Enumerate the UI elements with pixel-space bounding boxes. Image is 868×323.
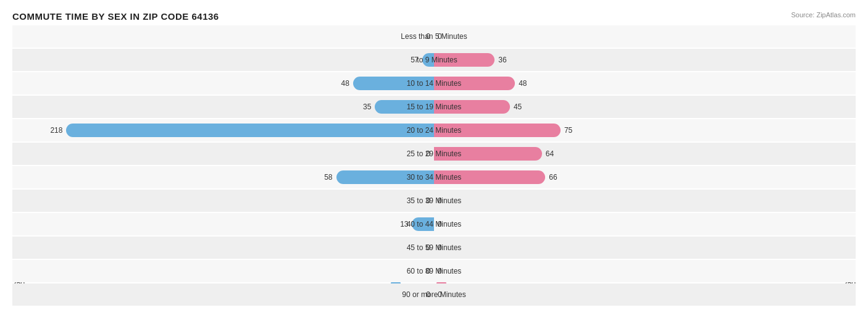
chart-row: 90 or more Minutes00 <box>12 283 856 306</box>
val-male: 7 <box>414 56 419 64</box>
bar-female <box>434 124 561 137</box>
val-female: 64 <box>546 149 554 158</box>
val-female: 0 <box>438 290 442 299</box>
source-label: Source: ZipAtlas.com <box>791 11 856 19</box>
chart-title: COMMUTE TIME BY SEX IN ZIP CODE 64136 <box>12 11 856 22</box>
chart-row: 45 to 59 Minutes00 <box>12 237 856 259</box>
val-female: 66 <box>549 173 557 182</box>
val-male: 58 <box>324 173 332 182</box>
bar-male <box>375 100 434 114</box>
bar-male <box>336 170 434 184</box>
chart-row: 10 to 14 Minutes4848 <box>12 72 856 94</box>
val-male: 48 <box>341 79 349 88</box>
chart-area: Less than 5 Minutes005 to 9 Minutes73610… <box>12 25 856 275</box>
chart-container: COMMUTE TIME BY SEX IN ZIP CODE 64136 So… <box>0 0 868 323</box>
val-male: 0 <box>426 267 430 275</box>
chart-row: 40 to 44 Minutes130 <box>12 213 856 235</box>
chart-row: 15 to 19 Minutes3545 <box>12 96 856 118</box>
val-female: 0 <box>438 32 442 41</box>
val-female: 45 <box>514 103 522 111</box>
val-female: 36 <box>498 56 506 64</box>
chart-row: 60 to 89 Minutes00 <box>12 260 856 282</box>
bar-male <box>412 217 434 231</box>
val-male: 0 <box>426 290 430 299</box>
chart-row: 5 to 9 Minutes736 <box>12 49 856 71</box>
chart-row: 35 to 39 Minutes00 <box>12 190 856 212</box>
row-label: 45 to 59 Minutes <box>407 243 462 252</box>
val-male: 0 <box>426 196 430 205</box>
bar-female <box>434 53 495 67</box>
chart-row: 25 to 29 Minutes064 <box>12 143 856 165</box>
bar-female <box>434 147 542 161</box>
bar-female <box>434 170 545 184</box>
val-male: 0 <box>426 149 430 158</box>
chart-row: Less than 5 Minutes00 <box>12 25 856 48</box>
row-label: 90 or more Minutes <box>402 290 465 299</box>
row-label: 35 to 39 Minutes <box>407 196 462 205</box>
row-label: 60 to 89 Minutes <box>407 267 462 275</box>
val-male: 13 <box>400 220 408 229</box>
bar-male <box>353 77 434 90</box>
bar-female <box>434 77 515 90</box>
val-male: 0 <box>426 32 430 41</box>
val-female: 0 <box>438 196 442 205</box>
row-label: Less than 5 Minutes <box>401 32 467 41</box>
bar-male <box>66 124 434 137</box>
val-female: 75 <box>564 126 572 135</box>
bar-male <box>422 53 434 67</box>
val-male: 0 <box>426 243 430 252</box>
chart-row: 20 to 24 Minutes21875 <box>12 119 856 141</box>
val-female: 0 <box>438 220 442 229</box>
val-female: 0 <box>438 267 442 275</box>
chart-row: 30 to 34 Minutes5866 <box>12 166 856 188</box>
val-male: 218 <box>50 126 62 135</box>
val-female: 0 <box>438 243 442 252</box>
val-male: 35 <box>363 103 371 111</box>
bar-female <box>434 100 510 114</box>
val-female: 48 <box>519 79 527 88</box>
